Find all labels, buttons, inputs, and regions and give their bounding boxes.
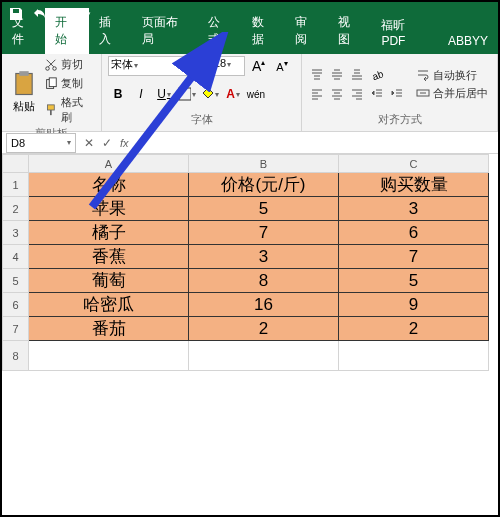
table-data-cell[interactable]: 哈密瓜 xyxy=(29,293,189,317)
table-header-cell[interactable]: 价格(元/斤) xyxy=(189,173,339,197)
font-size-select[interactable]: 18▾ xyxy=(211,56,245,76)
row-header[interactable]: 2 xyxy=(3,197,29,221)
tab-file[interactable]: 文件 xyxy=(2,8,45,54)
formula-input[interactable] xyxy=(133,133,498,153)
copy-label: 复制 xyxy=(61,76,83,91)
tab-layout[interactable]: 页面布局 xyxy=(132,8,199,54)
font-color-button[interactable]: A▾ xyxy=(223,84,243,104)
svg-text:ab: ab xyxy=(371,68,384,82)
table-data-cell[interactable]: 橘子 xyxy=(29,221,189,245)
tab-formula[interactable]: 公式 xyxy=(198,8,241,54)
svg-point-2 xyxy=(46,66,50,70)
wrap-text-button[interactable]: 自动换行 xyxy=(416,68,488,83)
row-header[interactable]: 7 xyxy=(3,317,29,341)
cancel-formula-icon[interactable]: ✕ xyxy=(80,136,98,150)
column-header[interactable]: A xyxy=(29,155,189,173)
tab-pdf[interactable]: 福昕PDF xyxy=(371,11,438,54)
svg-rect-5 xyxy=(49,77,56,86)
format-painter-label: 格式刷 xyxy=(61,95,93,125)
increase-indent-button[interactable] xyxy=(388,86,406,102)
enter-formula-icon[interactable]: ✓ xyxy=(98,136,116,150)
column-header[interactable]: C xyxy=(339,155,489,173)
empty-cell[interactable] xyxy=(29,341,189,371)
merge-center-button[interactable]: 合并后居中 xyxy=(416,86,488,101)
table-data-cell[interactable]: 3 xyxy=(189,245,339,269)
shrink-font-button[interactable]: A▾ xyxy=(272,57,291,75)
table-data-cell[interactable]: 6 xyxy=(339,221,489,245)
group-clipboard: 粘贴 剪切 复制 格式刷 剪贴板 xyxy=(2,54,102,131)
font-name-value: 宋体 xyxy=(111,58,133,70)
align-middle-button[interactable] xyxy=(328,67,346,83)
paste-label: 粘贴 xyxy=(13,99,35,114)
row-header[interactable]: 4 xyxy=(3,245,29,269)
table-header-cell[interactable]: 购买数量 xyxy=(339,173,489,197)
table-data-cell[interactable]: 3 xyxy=(339,197,489,221)
align-bottom-button[interactable] xyxy=(348,67,366,83)
align-left-button[interactable] xyxy=(308,86,326,102)
row-header[interactable]: 8 xyxy=(3,341,29,371)
table-data-cell[interactable]: 5 xyxy=(189,197,339,221)
row-header[interactable]: 5 xyxy=(3,269,29,293)
tab-review[interactable]: 审阅 xyxy=(285,8,328,54)
empty-cell[interactable] xyxy=(339,341,489,371)
decrease-indent-button[interactable] xyxy=(368,86,386,102)
group-font: 宋体▾ 18▾ A▴ A▾ B I U▾ ▾ ▾ A▾ wén 字体 xyxy=(102,54,302,131)
column-header[interactable]: B xyxy=(189,155,339,173)
align-group-label: 对齐方式 xyxy=(308,112,491,129)
align-center-button[interactable] xyxy=(328,86,346,102)
table-data-cell[interactable]: 2 xyxy=(189,317,339,341)
table-data-cell[interactable]: 2 xyxy=(339,317,489,341)
font-group-label: 字体 xyxy=(108,112,295,129)
name-box[interactable]: D8 ▾ xyxy=(6,133,76,153)
grow-font-button[interactable]: A▴ xyxy=(248,56,269,76)
italic-button[interactable]: I xyxy=(131,84,151,104)
svg-rect-6 xyxy=(47,105,54,110)
align-top-button[interactable] xyxy=(308,67,326,83)
copy-button[interactable]: 复制 xyxy=(42,75,95,92)
table-data-cell[interactable]: 7 xyxy=(189,221,339,245)
tab-view[interactable]: 视图 xyxy=(328,8,371,54)
empty-cell[interactable] xyxy=(189,341,339,371)
font-size-value: 18 xyxy=(214,57,226,69)
svg-rect-8 xyxy=(179,88,191,100)
tab-insert[interactable]: 插入 xyxy=(89,8,132,54)
font-name-select[interactable]: 宋体▾ xyxy=(108,56,208,76)
ribbon-tabs: 文件 开始 插入 页面布局 公式 数据 审阅 视图 福昕PDF ABBYY xyxy=(2,26,498,54)
fx-icon[interactable]: fx xyxy=(116,137,133,149)
merge-label: 合并后居中 xyxy=(433,86,488,101)
select-all-corner[interactable] xyxy=(3,155,29,173)
table-data-cell[interactable]: 9 xyxy=(339,293,489,317)
table-data-cell[interactable]: 苹果 xyxy=(29,197,189,221)
row-header[interactable]: 1 xyxy=(3,173,29,197)
table-header-cell[interactable]: 名称 xyxy=(29,173,189,197)
namebox-dropdown-icon[interactable]: ▾ xyxy=(67,138,71,147)
border-button[interactable]: ▾ xyxy=(177,84,197,104)
align-right-button[interactable] xyxy=(348,86,366,102)
orientation-button[interactable]: ab xyxy=(368,67,386,83)
tab-data[interactable]: 数据 xyxy=(242,8,285,54)
table-data-cell[interactable]: 番茄 xyxy=(29,317,189,341)
tab-abbyy[interactable]: ABBYY xyxy=(438,28,498,54)
worksheet-grid[interactable]: ABC1名称价格(元/斤)购买数量2苹果533橘子764香蕉375葡萄856哈密… xyxy=(2,154,498,514)
table-data-cell[interactable]: 5 xyxy=(339,269,489,293)
row-header[interactable]: 6 xyxy=(3,293,29,317)
svg-rect-7 xyxy=(50,110,52,115)
cut-label: 剪切 xyxy=(61,57,83,72)
bold-button[interactable]: B xyxy=(108,84,128,104)
table-data-cell[interactable]: 16 xyxy=(189,293,339,317)
row-header[interactable]: 3 xyxy=(3,221,29,245)
tab-home[interactable]: 开始 xyxy=(45,8,88,54)
table-data-cell[interactable]: 葡萄 xyxy=(29,269,189,293)
svg-rect-1 xyxy=(19,71,28,76)
table-data-cell[interactable]: 8 xyxy=(189,269,339,293)
svg-rect-0 xyxy=(16,73,32,94)
fill-color-button[interactable]: ▾ xyxy=(200,84,220,104)
paste-button[interactable]: 粘贴 xyxy=(8,67,40,116)
underline-button[interactable]: U▾ xyxy=(154,84,174,104)
table-data-cell[interactable]: 香蕉 xyxy=(29,245,189,269)
wrap-label: 自动换行 xyxy=(433,68,477,83)
format-painter-button[interactable]: 格式刷 xyxy=(42,94,95,126)
phonetic-button[interactable]: wén xyxy=(246,84,266,104)
cut-button[interactable]: 剪切 xyxy=(42,56,95,73)
table-data-cell[interactable]: 7 xyxy=(339,245,489,269)
